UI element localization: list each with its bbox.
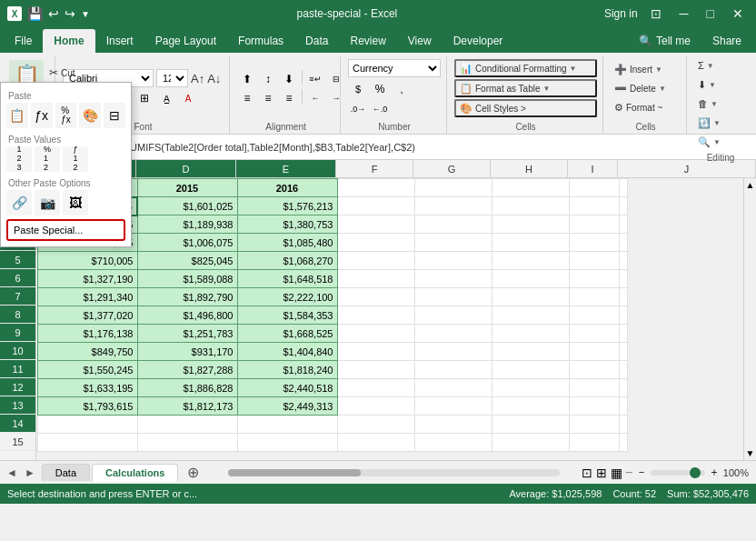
row-num-9[interactable]: 9 (0, 324, 35, 342)
share-button[interactable]: Share (701, 29, 752, 53)
cell-H6[interactable] (492, 270, 569, 288)
number-format-select[interactable]: Currency (348, 59, 441, 77)
cell-I2[interactable] (569, 197, 619, 215)
cell-I6[interactable] (569, 270, 619, 288)
other-paste-icon-1[interactable]: 🔗 (6, 190, 32, 215)
cell-C12[interactable]: $1,633,195 (37, 379, 137, 397)
cell-C13[interactable]: $1,793,615 (37, 397, 137, 416)
tab-insert[interactable]: Insert (95, 29, 144, 53)
cell-C6[interactable]: $1,327,190 (37, 270, 137, 288)
cell-F5[interactable] (337, 252, 414, 270)
maximize-icon[interactable]: □ (701, 5, 720, 23)
paste-special-button[interactable]: Paste Special... (6, 219, 125, 241)
cell-F6[interactable] (337, 270, 414, 288)
cell-E6[interactable]: $1,648,518 (237, 270, 337, 288)
format-as-table-button[interactable]: 📋 Format as Table ▼ (454, 79, 597, 97)
zoom-slider[interactable] (651, 470, 705, 476)
sign-in-link[interactable]: Sign in (604, 7, 638, 20)
cell-H14[interactable] (492, 416, 569, 434)
cell-styles-button[interactable]: 🎨 Cell Styles > (454, 99, 597, 117)
cell-F14[interactable] (337, 416, 414, 434)
decrease-decimal-button[interactable]: ←.0 (370, 100, 390, 118)
cell-J14[interactable] (619, 416, 627, 434)
cell-I12[interactable] (569, 379, 619, 397)
tab-view[interactable]: View (397, 29, 443, 53)
cell-H3[interactable] (492, 215, 569, 234)
cell-C15[interactable] (37, 434, 137, 452)
cell-G8[interactable] (414, 306, 492, 325)
row-num-14[interactable]: 14 (0, 415, 35, 433)
cell-J7[interactable] (619, 288, 627, 306)
cell-E5[interactable]: $1,068,270 (237, 252, 337, 270)
col-header-I[interactable]: I (568, 160, 618, 177)
cell-H1[interactable] (492, 179, 569, 197)
sheet-tab-data[interactable]: Data (42, 464, 90, 481)
cell-I3[interactable] (569, 215, 619, 234)
cell-G9[interactable] (414, 325, 492, 343)
next-sheet-btn[interactable]: ► (22, 466, 38, 479)
cell-E9[interactable]: $1,668,525 (237, 325, 337, 343)
paste-values-icon-2[interactable]: %12 (35, 146, 60, 172)
other-paste-icon-2[interactable]: 📷 (35, 190, 60, 215)
cell-G5[interactable] (414, 252, 492, 270)
close-icon[interactable]: ✕ (727, 5, 749, 23)
col-header-D[interactable]: D (136, 160, 236, 177)
tab-home[interactable]: Home (43, 29, 94, 53)
cell-G1[interactable] (414, 179, 492, 197)
zoom-slider-thumb[interactable] (690, 467, 701, 478)
increase-decimal-button[interactable]: .0→ (348, 100, 368, 118)
paste-icon-1[interactable]: 📋 (6, 103, 28, 128)
paste-icon-4[interactable]: 🎨 (79, 103, 101, 128)
cell-D10[interactable]: $931,170 (137, 343, 237, 361)
accounting-format-button[interactable]: $ (348, 80, 368, 98)
find-select-button[interactable]: 🔍▼ (694, 133, 747, 151)
cell-C10[interactable]: $849,750 (37, 343, 137, 361)
cell-E10[interactable]: $1,404,840 (237, 343, 337, 361)
redo-icon[interactable]: ↪ (65, 6, 75, 21)
cell-E1[interactable]: 2016 (237, 179, 337, 197)
cell-G15[interactable] (414, 434, 492, 452)
paste-icon-5[interactable]: ⊟ (104, 103, 125, 128)
cell-H10[interactable] (492, 343, 569, 361)
row-num-11[interactable]: 11 (0, 360, 35, 378)
cell-E7[interactable]: $2,222,100 (237, 288, 337, 306)
cell-H8[interactable] (492, 306, 569, 325)
cell-E12[interactable]: $2,440,518 (237, 379, 337, 397)
cell-J12[interactable] (619, 379, 627, 397)
cell-G14[interactable] (414, 416, 492, 434)
align-center-button[interactable]: ≡ (258, 89, 278, 107)
cell-I4[interactable] (569, 234, 619, 252)
decrease-font-icon[interactable]: A↓ (207, 72, 221, 85)
align-left-button[interactable]: ≡ (237, 89, 257, 107)
cell-D11[interactable]: $1,827,288 (137, 361, 237, 379)
cell-J11[interactable] (619, 361, 627, 379)
col-header-E[interactable]: E (236, 160, 336, 177)
cell-G13[interactable] (414, 397, 492, 416)
vertical-scrollbar[interactable]: ▲ ▼ (743, 178, 756, 460)
align-right-button[interactable]: ≡ (279, 89, 299, 107)
cell-F2[interactable] (337, 197, 414, 215)
cell-F11[interactable] (337, 361, 414, 379)
tab-review[interactable]: Review (339, 29, 396, 53)
cell-E8[interactable]: $1,584,353 (237, 306, 337, 325)
sort-filter-button[interactable]: 🔃▼ (694, 114, 747, 132)
cell-C7[interactable]: $1,291,340 (37, 288, 137, 306)
cell-F9[interactable] (337, 325, 414, 343)
cell-F12[interactable] (337, 379, 414, 397)
col-header-F[interactable]: F (336, 160, 413, 177)
paste-icon-3[interactable]: %ƒx (55, 103, 77, 128)
clear-button[interactable]: 🗑▼ (694, 95, 747, 113)
cell-I8[interactable] (569, 306, 619, 325)
insert-button[interactable]: ➕Insert▼ (611, 60, 681, 78)
cell-D9[interactable]: $1,251,783 (137, 325, 237, 343)
row-num-12[interactable]: 12 (0, 378, 35, 396)
cell-D1[interactable]: 2015 (137, 179, 237, 197)
tab-data[interactable]: Data (294, 29, 339, 53)
autosum-button[interactable]: Σ▼ (694, 56, 747, 75)
conditional-formatting-button[interactable]: 📊 Conditional Formatting ▼ (454, 59, 597, 77)
cell-G3[interactable] (414, 215, 492, 234)
row-num-15[interactable]: 15 (0, 433, 35, 451)
format-button[interactable]: ⚙Format ~ (611, 98, 681, 116)
cell-F8[interactable] (337, 306, 414, 325)
cell-I1[interactable] (569, 179, 619, 197)
